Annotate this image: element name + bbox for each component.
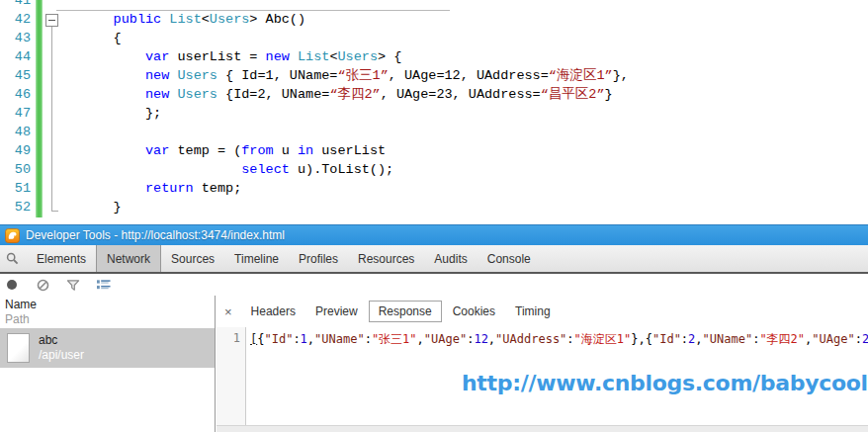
code-text: var temp = (from u in userList — [65, 141, 386, 160]
response-token: : — [293, 332, 300, 346]
response-token: "Id" — [264, 332, 293, 346]
response-token: 1 — [301, 332, 307, 346]
detail-tab-response[interactable]: Response — [369, 301, 442, 322]
code-line-42[interactable]: 42 public List<Users> Abc() — [0, 10, 868, 29]
code-line-50[interactable]: 50 select u).ToList(); — [0, 160, 868, 179]
code-token: u — [274, 143, 298, 158]
detail-tabs: HeadersPreviewResponseCookiesTiming — [241, 301, 561, 322]
code-line-41[interactable]: 41 — [0, 0, 868, 10]
close-detail-button[interactable]: × — [217, 304, 241, 319]
devtools-tab-timeline[interactable]: Timeline — [224, 245, 289, 272]
code-token: return — [145, 181, 194, 196]
devtools-tab-elements[interactable]: Elements — [27, 245, 96, 272]
response-content: [{"Id":1,"UName":"张三1","UAge":12,"UAddre… — [250, 331, 868, 348]
code-token: new — [145, 68, 169, 83]
code-line-46[interactable]: 46 new Users {Id=2, UName=“李四2”, UAge=23… — [0, 85, 868, 104]
devtools-tab-profiles[interactable]: Profiles — [289, 245, 348, 272]
response-token: : — [681, 332, 688, 346]
devtools-tabbar: ElementsNetworkSourcesTimelineProfilesRe… — [0, 245, 868, 274]
line-number: 44 — [0, 47, 31, 66]
code-editor[interactable]: 4142 public List<Users> Abc()43 {44 var … — [0, 0, 868, 224]
code-line-43[interactable]: 43 { — [0, 29, 868, 47]
fold-scope-line-end — [51, 211, 58, 212]
code-token: in — [298, 143, 313, 158]
line-number: 43 — [0, 29, 31, 47]
devtools-tab-console[interactable]: Console — [477, 245, 541, 272]
code-line-44[interactable]: 44 var userList = new List<Users> { — [0, 47, 868, 66]
code-token: new — [145, 87, 169, 102]
request-list-panel: Name Path abc/api/user — [0, 296, 216, 432]
code-token: u).ToList(); — [290, 162, 393, 177]
code-token: Users — [177, 68, 217, 83]
resource-rows-button[interactable] — [97, 278, 111, 292]
code-token: { Id=1, UName= — [217, 68, 338, 83]
record-button[interactable] — [5, 278, 19, 292]
code-token: new — [266, 49, 290, 64]
code-token: var — [145, 49, 169, 64]
request-name: abc — [39, 333, 84, 348]
search-icon[interactable] — [0, 245, 27, 272]
devtools-tab-audits[interactable]: Audits — [424, 245, 477, 272]
line-number: 49 — [0, 141, 31, 160]
code-text: return temp; — [65, 179, 241, 198]
line-number: 51 — [0, 179, 31, 198]
code-line-52[interactable]: 52 } — [0, 198, 868, 216]
devtools-tab-sources[interactable]: Sources — [161, 245, 224, 272]
code-token: from — [241, 143, 273, 158]
devtools-window: Developer Tools - http://localhost:3474/… — [0, 224, 868, 432]
devtools-tab-resources[interactable]: Resources — [348, 245, 424, 272]
code-token: Users — [210, 12, 250, 27]
request-row-abc[interactable]: abc/api/user — [0, 328, 215, 368]
code-token: “李四2” — [329, 87, 380, 102]
uc-browser-icon — [5, 228, 20, 243]
code-token: public — [114, 12, 170, 27]
clear-button[interactable] — [36, 278, 49, 292]
response-token: "UAddress" — [495, 332, 566, 346]
minus-icon — [48, 20, 55, 21]
devtools-tab-network[interactable]: Network — [96, 245, 161, 272]
response-token: "UAge" — [812, 332, 854, 346]
path-column-header[interactable]: Path — [5, 312, 215, 327]
response-token: "UAge" — [424, 332, 467, 346]
detail-tab-preview[interactable]: Preview — [306, 302, 367, 321]
watermark-url: http://www.cnblogs.com/babycool — [462, 371, 868, 395]
code-token: “海淀区1” — [549, 68, 613, 83]
request-path: /api/user — [39, 348, 84, 363]
fold-collapse-button[interactable] — [45, 14, 58, 27]
code-token: > { — [378, 49, 401, 64]
line-number: 50 — [0, 160, 31, 179]
detail-tab-headers[interactable]: Headers — [242, 302, 304, 321]
request-list-header[interactable]: Name Path — [0, 296, 215, 328]
response-viewer: 1 [{"Id":1,"UName":"张三1","UAge":12,"UAdd… — [217, 327, 868, 432]
code-token: }; — [65, 106, 161, 121]
screenshot: 4142 public List<Users> Abc()43 {44 var … — [0, 0, 868, 432]
code-token — [65, 49, 145, 64]
code-line-51[interactable]: 51 return temp; — [0, 179, 868, 198]
code-token — [65, 12, 114, 27]
code-line-48[interactable]: 48 — [0, 123, 868, 141]
name-column-header[interactable]: Name — [5, 298, 215, 312]
response-token: : — [566, 332, 573, 346]
response-token: },{ — [631, 332, 652, 346]
code-token: {Id=2, UName= — [217, 87, 329, 102]
code-token: , UAge=23, UAddress= — [381, 87, 541, 102]
filter-button[interactable] — [66, 278, 80, 292]
line-number: 47 — [0, 104, 31, 123]
code-line-49[interactable]: 49 var temp = (from u in userList — [0, 141, 868, 160]
devtools-titlebar[interactable]: Developer Tools - http://localhost:3474/… — [0, 224, 868, 245]
detail-tab-cookies[interactable]: Cookies — [444, 302, 504, 321]
response-token: "UName" — [703, 332, 753, 346]
response-token: "李四2" — [759, 332, 805, 346]
response-token: "Id" — [652, 332, 681, 346]
horizontal-scrollbar[interactable] — [217, 425, 868, 432]
line-number: 45 — [0, 66, 31, 85]
code-token: “张三1” — [337, 68, 388, 83]
code-line-47[interactable]: 47 }; — [0, 104, 868, 123]
file-icon — [7, 333, 30, 363]
response-token: , — [307, 332, 314, 346]
devtools-tabs: ElementsNetworkSourcesTimelineProfilesRe… — [27, 245, 541, 272]
code-token: , UAge=12, UAddress= — [389, 68, 549, 83]
network-toolbar — [0, 274, 868, 296]
detail-tab-timing[interactable]: Timing — [506, 302, 560, 321]
code-line-45[interactable]: 45 new Users { Id=1, UName=“张三1”, UAge=1… — [0, 66, 868, 85]
